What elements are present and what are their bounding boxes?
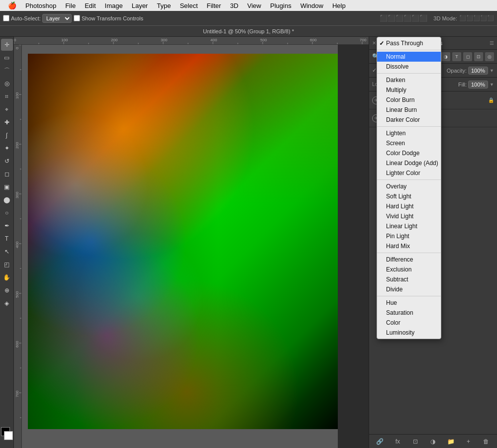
blend-mode-dropdown: ✓ Pass Through Normal Dissolve Darken Mu… bbox=[377, 37, 441, 339]
blend-exclusion[interactable]: Exclusion bbox=[377, 265, 441, 274]
3d-tool-btn[interactable]: ◈ bbox=[1, 297, 13, 309]
menu-filter[interactable]: Filter bbox=[203, 1, 225, 10]
blend-normal[interactable]: Normal bbox=[377, 52, 441, 62]
transform-controls-checkbox[interactable] bbox=[74, 15, 80, 21]
panel-close-btn[interactable]: ✕ bbox=[372, 40, 376, 46]
gradient-tool-btn[interactable]: ▣ bbox=[1, 181, 13, 193]
panel-menu-btn[interactable]: ☰ bbox=[490, 40, 494, 46]
svg-text:0: 0 bbox=[14, 38, 16, 42]
pen-tool-btn[interactable]: ✒ bbox=[1, 220, 13, 232]
crop-tool-btn[interactable]: ⌗ bbox=[1, 90, 13, 102]
add-mask-btn[interactable]: ⊡ bbox=[411, 437, 420, 446]
svg-text:100: 100 bbox=[61, 38, 68, 42]
menu-help[interactable]: Help bbox=[328, 1, 350, 10]
history-brush-tool-btn[interactable]: ↺ bbox=[1, 155, 13, 167]
blend-luminosity[interactable]: Luminosity bbox=[377, 328, 441, 338]
clone-stamp-tool-btn[interactable]: ✦ bbox=[1, 142, 13, 154]
blend-pin-light[interactable]: Pin Light bbox=[377, 231, 441, 241]
fill-input[interactable] bbox=[468, 81, 488, 89]
blend-vivid-light[interactable]: Vivid Light bbox=[377, 211, 441, 221]
type-tool-btn[interactable]: T bbox=[1, 233, 13, 245]
transform-controls-label: Show Transform Controls bbox=[82, 15, 143, 21]
spot-healing-tool-btn[interactable]: ✚ bbox=[1, 116, 13, 128]
fill-arrow[interactable]: ▼ bbox=[490, 82, 494, 87]
eraser-tool-btn[interactable]: ◻ bbox=[1, 168, 13, 180]
blend-subtract[interactable]: Subtract bbox=[377, 274, 441, 284]
menu-edit[interactable]: Edit bbox=[81, 1, 99, 10]
svg-text:600: 600 bbox=[310, 38, 317, 42]
blend-soft-light[interactable]: Soft Light bbox=[377, 191, 441, 201]
blend-hard-mix[interactable]: Hard Mix bbox=[377, 241, 441, 251]
blend-screen[interactable]: Screen bbox=[377, 138, 441, 148]
menu-image[interactable]: Image bbox=[101, 1, 127, 10]
blend-darker-color[interactable]: Darker Color bbox=[377, 115, 441, 125]
apple-menu[interactable]: 🍎 bbox=[4, 0, 20, 10]
blend-linear-burn[interactable]: Linear Burn bbox=[377, 105, 441, 115]
blend-pass-through[interactable]: ✓ Pass Through bbox=[377, 38, 441, 48]
filter-toggle-btn[interactable]: ◎ bbox=[485, 52, 494, 61]
blend-overlay[interactable]: Overlay bbox=[377, 181, 441, 191]
filter-shape-btn[interactable]: ◻ bbox=[463, 52, 472, 61]
new-layer-btn[interactable]: + bbox=[464, 437, 473, 446]
background-color-swatch[interactable] bbox=[4, 431, 13, 440]
svg-text:200: 200 bbox=[15, 142, 19, 149]
hand-tool-btn[interactable]: ✋ bbox=[1, 271, 13, 283]
filter-adjust-btn[interactable]: ◑ bbox=[441, 52, 450, 61]
path-select-tool-btn[interactable]: ↖ bbox=[1, 246, 13, 258]
svg-text:300: 300 bbox=[15, 191, 19, 198]
menu-window[interactable]: Window bbox=[297, 1, 327, 10]
blend-dissolve[interactable]: Dissolve bbox=[377, 62, 441, 72]
fill-label: Fill: bbox=[458, 82, 467, 88]
blend-color[interactable]: Color bbox=[377, 318, 441, 328]
blend-color-dodge[interactable]: Color Dodge bbox=[377, 148, 441, 158]
auto-select-dropdown[interactable]: Layer Group bbox=[42, 14, 72, 23]
blend-linear-dodge[interactable]: Linear Dodge (Add) bbox=[377, 158, 441, 168]
canvas-overlay bbox=[28, 54, 338, 429]
filter-type-btn[interactable]: T bbox=[452, 52, 461, 61]
menu-3d[interactable]: 3D bbox=[226, 1, 242, 10]
menu-plugins[interactable]: Plugins bbox=[266, 1, 296, 10]
menu-photoshop[interactable]: Photoshop bbox=[21, 1, 60, 10]
shape-tool-btn[interactable]: ◰ bbox=[1, 259, 13, 270]
menu-select[interactable]: Select bbox=[176, 1, 201, 10]
blend-saturation[interactable]: Saturation bbox=[377, 308, 441, 318]
document-tab[interactable]: Untitled-1 @ 50% (Group 1, RGB/8) * bbox=[203, 28, 294, 34]
blend-darken[interactable]: Darken bbox=[377, 75, 441, 85]
blend-lighten[interactable]: Lighten bbox=[377, 128, 441, 138]
marquee-tool-btn[interactable]: ▭ bbox=[1, 52, 13, 64]
delete-layer-btn[interactable]: 🗑 bbox=[482, 437, 491, 446]
blend-difference[interactable]: Difference bbox=[377, 255, 441, 265]
dodge-tool-btn[interactable]: ○ bbox=[1, 207, 13, 219]
filter-smart-btn[interactable]: ⊡ bbox=[474, 52, 483, 61]
eyedropper-tool-btn[interactable]: ⌖ bbox=[1, 103, 13, 115]
blend-multiply[interactable]: Multiply bbox=[377, 85, 441, 95]
svg-text:100: 100 bbox=[15, 92, 19, 99]
canvas-area[interactable] bbox=[22, 45, 338, 448]
blend-lighter-color[interactable]: Lighter Color bbox=[377, 168, 441, 178]
svg-text:400: 400 bbox=[210, 38, 217, 42]
lasso-tool-btn[interactable]: ⌒ bbox=[1, 65, 13, 77]
move-tool-btn[interactable]: ✛ bbox=[1, 39, 13, 51]
menu-view[interactable]: View bbox=[243, 1, 265, 10]
blend-hue[interactable]: Hue bbox=[377, 298, 441, 308]
blend-color-burn[interactable]: Color Burn bbox=[377, 95, 441, 105]
menu-layer[interactable]: Layer bbox=[128, 1, 152, 10]
link-layers-btn[interactable]: 🔗 bbox=[376, 437, 385, 446]
blend-linear-light[interactable]: Linear Light bbox=[377, 221, 441, 231]
quick-select-tool-btn[interactable]: ◎ bbox=[1, 78, 13, 90]
blur-tool-btn[interactable]: ⬤ bbox=[1, 194, 13, 206]
add-style-btn[interactable]: fx bbox=[393, 437, 402, 446]
new-adjustment-btn[interactable]: ◑ bbox=[428, 437, 437, 446]
zoom-tool-btn[interactable]: ⊕ bbox=[1, 284, 13, 296]
menu-file[interactable]: File bbox=[61, 1, 80, 10]
brush-tool-btn[interactable]: ∫ bbox=[1, 129, 13, 141]
blend-divide[interactable]: Divide bbox=[377, 284, 441, 294]
canvas-image bbox=[28, 54, 338, 429]
blend-hard-light[interactable]: Hard Light bbox=[377, 201, 441, 211]
opacity-arrow[interactable]: ▼ bbox=[490, 68, 494, 73]
opacity-input[interactable] bbox=[468, 67, 488, 75]
svg-text:500: 500 bbox=[260, 38, 267, 42]
menu-type[interactable]: Type bbox=[153, 1, 175, 10]
auto-select-checkbox[interactable] bbox=[3, 15, 9, 21]
new-group-btn[interactable]: 📁 bbox=[446, 437, 455, 446]
